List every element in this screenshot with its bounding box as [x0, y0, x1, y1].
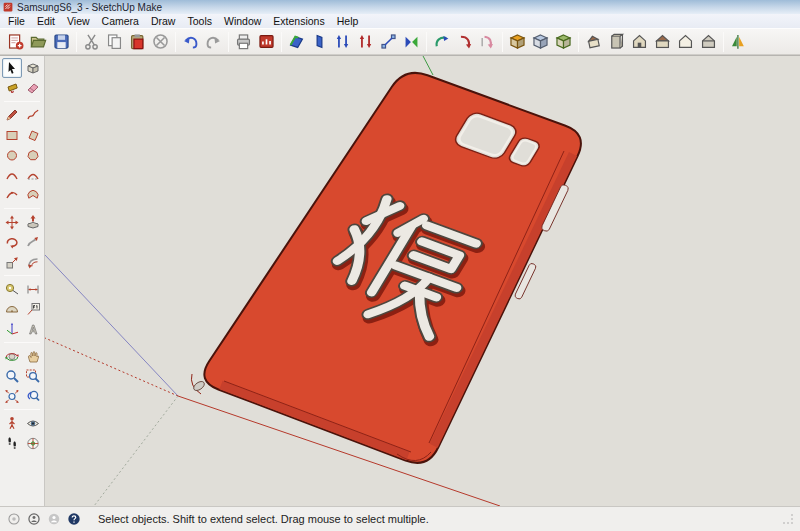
eraser-tool-button[interactable] — [23, 78, 43, 98]
circle-tool-button[interactable] — [2, 145, 22, 165]
select-icon — [4, 60, 20, 76]
position-camera-tool-button[interactable] — [2, 413, 22, 433]
new-button[interactable] — [4, 30, 27, 53]
menu-item-tools[interactable]: Tools — [181, 15, 218, 27]
palette-separator — [4, 342, 40, 343]
view-box-button[interactable] — [605, 30, 628, 53]
curved-arrow-red-button[interactable] — [453, 30, 476, 53]
menu-item-file[interactable]: File — [2, 15, 31, 27]
red-axis-dotted-line — [45, 338, 178, 396]
two-point-arc-tool-button[interactable] — [23, 165, 43, 185]
toolbar-group — [179, 30, 225, 53]
geolocation-button[interactable] — [6, 512, 21, 527]
sign-in-button[interactable] — [46, 512, 61, 527]
three-point-arc-tool-button[interactable] — [2, 185, 22, 205]
dimension-tool-button[interactable] — [23, 279, 43, 299]
pan-tool-button[interactable] — [23, 346, 43, 366]
freehand-tool-button[interactable] — [23, 105, 43, 125]
view-front-button[interactable] — [628, 30, 651, 53]
rotated-rectangle-tool-button[interactable] — [23, 125, 43, 145]
arc-tool-button[interactable] — [2, 165, 22, 185]
rectangle-tool-button[interactable] — [2, 125, 22, 145]
resize-grip[interactable] — [782, 513, 794, 525]
diagonal-move-button[interactable] — [377, 30, 400, 53]
cube-blue-button[interactable] — [529, 30, 552, 53]
push-pull-tool-button[interactable] — [23, 212, 43, 232]
look-around-tool-button[interactable] — [23, 413, 43, 433]
modeling-viewport[interactable] — [45, 56, 800, 506]
axes-tool-button[interactable] — [2, 319, 22, 339]
menu-item-camera[interactable]: Camera — [96, 15, 145, 27]
undo-button[interactable] — [179, 30, 202, 53]
model-info-button[interactable] — [255, 30, 278, 53]
help-button[interactable] — [66, 512, 81, 527]
erase-button[interactable] — [149, 30, 172, 53]
cut-button[interactable] — [80, 30, 103, 53]
toolbar-separator — [502, 32, 503, 52]
paste-button[interactable] — [126, 30, 149, 53]
select-tool-button[interactable] — [2, 58, 22, 78]
offset-tool-button[interactable] — [23, 252, 43, 272]
open-button[interactable] — [27, 30, 50, 53]
cube-green-button[interactable] — [552, 30, 575, 53]
scale-tool-button[interactable] — [2, 252, 22, 272]
protractor-tool-button[interactable] — [2, 299, 22, 319]
palette-separator — [4, 275, 40, 276]
two-point-arc-icon — [25, 167, 41, 183]
3d-scene[interactable] — [45, 56, 800, 506]
menu-item-window[interactable]: Window — [218, 15, 267, 27]
zoom-previous-tool-button[interactable] — [23, 386, 43, 406]
text-tool-button[interactable] — [23, 299, 43, 319]
copy-button[interactable] — [103, 30, 126, 53]
freehand-icon — [25, 107, 41, 123]
save-button[interactable] — [50, 30, 73, 53]
orbit-tool-button[interactable] — [2, 346, 22, 366]
pie-tool-button[interactable] — [23, 185, 43, 205]
print-button[interactable] — [232, 30, 255, 53]
bowtie-tool-button[interactable] — [400, 30, 423, 53]
arrows-vertical-red-icon — [356, 32, 375, 51]
toolbar-separator — [578, 32, 579, 52]
arrows-vertical-red-button[interactable] — [354, 30, 377, 53]
copy-icon — [105, 32, 124, 51]
phone-case-model[interactable] — [191, 73, 581, 463]
move-tool-button[interactable] — [2, 212, 22, 232]
zoom-extents-tool-button[interactable] — [2, 386, 22, 406]
rotate-tool-button[interactable] — [2, 232, 22, 252]
curved-arrow-green-button[interactable] — [430, 30, 453, 53]
plane-tool-button[interactable] — [285, 30, 308, 53]
redo-button[interactable] — [202, 30, 225, 53]
tape-measure-tool-button[interactable] — [2, 279, 22, 299]
curved-arrow-pink-button[interactable] — [476, 30, 499, 53]
view-iso-button[interactable] — [582, 30, 605, 53]
view-top-button[interactable] — [651, 30, 674, 53]
view-side-button[interactable] — [674, 30, 697, 53]
arrows-vertical-blue-button[interactable] — [331, 30, 354, 53]
follow-me-tool-button[interactable] — [23, 232, 43, 252]
line-tool-button[interactable] — [2, 105, 22, 125]
make-component-tool-button[interactable] — [23, 58, 43, 78]
slab-tool-button[interactable] — [308, 30, 331, 53]
zoom-tool-button[interactable] — [2, 366, 22, 386]
menu-item-edit[interactable]: Edit — [31, 15, 61, 27]
polygon-tool-button[interactable] — [23, 145, 43, 165]
walk-tool-button[interactable] — [2, 433, 22, 453]
toolbar-separator — [175, 32, 176, 52]
paint-bucket-tool-button[interactable] — [2, 78, 22, 98]
menu-item-extensions[interactable]: Extensions — [267, 15, 330, 27]
rotate-icon — [4, 234, 20, 250]
cube-orange-button[interactable] — [506, 30, 529, 53]
view-back-button[interactable] — [697, 30, 720, 53]
pan-icon — [25, 348, 41, 364]
menu-item-view[interactable]: View — [61, 15, 96, 27]
section-plane-tool-button[interactable] — [23, 433, 43, 453]
toolbar-group — [582, 30, 720, 53]
claim-credit-button[interactable] — [26, 512, 41, 527]
menu-item-draw[interactable]: Draw — [145, 15, 182, 27]
menu-item-help[interactable]: Help — [331, 15, 365, 27]
mirror-icon — [729, 32, 748, 51]
zoom-window-tool-button[interactable] — [23, 366, 43, 386]
3d-text-tool-button[interactable] — [23, 319, 43, 339]
mirror-button[interactable] — [727, 30, 750, 53]
axes-icon — [4, 321, 20, 337]
